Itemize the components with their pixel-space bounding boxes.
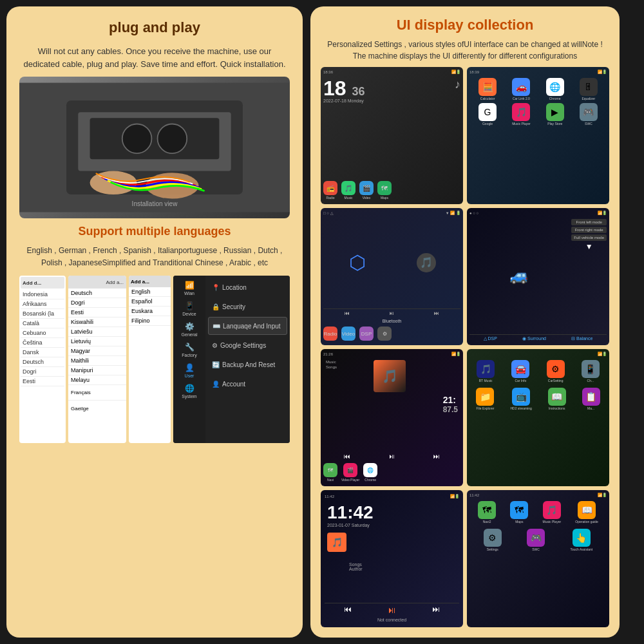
app-maps2[interactable]: 🗺 Maps <box>510 501 528 524</box>
ui-screens-grid: 18:36📶🔋 18 36 2022-07-18 Monday ♪ 📻 Radi… <box>321 67 609 627</box>
settings-icons-col: 📶 Wlan 📱 Device ⚙️ General 🔧 <box>173 276 205 443</box>
bt-settings[interactable]: ⚙ <box>377 327 392 341</box>
app-playstore[interactable]: ▶ Play Store <box>546 103 564 126</box>
app-fileexplorer[interactable]: 📁 File Explorer <box>476 388 494 410</box>
app-hd2[interactable]: 📺 HD2 streaming <box>510 388 531 410</box>
lang-item[interactable]: Manipuri <box>68 366 126 375</box>
app-carinfo[interactable]: 🚘 Car Info <box>511 360 529 383</box>
lang-item[interactable]: Lietuvių <box>68 337 126 346</box>
chrome-item[interactable]: 🌐 Chrome <box>363 463 377 482</box>
music-icon-item[interactable]: 🎵 Music <box>341 181 355 200</box>
app-chrome[interactable]: 🌐 Chrome <box>546 78 564 100</box>
app-musicplayer[interactable]: 🎵 Music Player <box>512 103 531 126</box>
maps-icon-item[interactable]: 🗺 Maps <box>377 181 392 200</box>
menu-location[interactable]: 📍 Location <box>208 278 287 296</box>
front-left-mode[interactable]: Front left mode <box>571 219 607 225</box>
videoplayer-item[interactable]: 🎬 Video Player <box>341 463 359 482</box>
lang-item[interactable]: Afrikaans <box>21 299 64 309</box>
app-navi2[interactable]: 🗺 Navi2 <box>478 501 496 524</box>
clock-display: 18 36 2022-07-18 Monday <box>323 78 365 103</box>
lang-item[interactable]: Eesti <box>21 377 64 386</box>
ui-screen-music: 21:26📶🔋 MusicSongs 🎵 21: 87.5 ⏮⏯⏭ <box>321 349 463 486</box>
clock2-date: 2023-01-07 Saturday <box>327 523 457 527</box>
app-swc[interactable]: 🎮 SWC <box>580 103 598 126</box>
screen5-topbar: 21:26📶🔋 <box>323 352 460 356</box>
ui-screen-apps2: 📶🔋 🎵 BT Music 🚘 Car Info ⚙ CarSetting <box>467 349 609 486</box>
lang-list-col2: Add a... Deutsch Dogri Eesti Kiswahili L… <box>68 276 126 443</box>
lang-item[interactable]: Maithili <box>68 356 126 366</box>
menu-backup-reset[interactable]: 🔄 Backup And Reset <box>208 355 287 374</box>
app-row-2: G Google 🎵 Music Player ▶ Play Store <box>472 103 604 126</box>
video-icon-item[interactable]: 🎬 Video <box>359 181 374 200</box>
add-lang-header: Add a... <box>68 276 126 289</box>
svg-point-5 <box>158 124 187 153</box>
app-equalizer[interactable]: 🎚 Equalizer <box>580 78 598 100</box>
settings-system[interactable]: 🌐 System <box>173 381 205 401</box>
app-google[interactable]: G Google <box>478 103 497 126</box>
screen7-topbar: 11:42📶🔋 <box>325 494 459 498</box>
app-instructions[interactable]: 📖 Instructions <box>548 388 566 410</box>
apps2-row1: 🎵 BT Music 🚘 Car Info ⚙ CarSetting 📱 Ch.… <box>469 360 607 383</box>
svg-text:Installation view: Installation view <box>132 200 178 207</box>
lang-item[interactable]: Eesti <box>68 308 126 317</box>
lang-item[interactable]: Deutsch <box>21 357 64 367</box>
ui-screen-bluetooth: □ ○ △▼ 📶 🔋 ⬡ 🎵 ⏮⏯⏭ Bluetooth Radio <box>321 208 463 345</box>
app-ma[interactable]: 📋 Ma... <box>582 388 600 410</box>
bt-dsp[interactable]: DSP <box>359 327 374 341</box>
lang-item[interactable]: Dogri <box>68 298 126 308</box>
settings-mockup: Add d... Indonesia Afrikaans Bosanski (l… <box>19 276 290 443</box>
settings-device[interactable]: 📱 Device <box>173 299 205 318</box>
full-vehicle-mode[interactable]: Full vehicle mode <box>571 234 607 241</box>
screen3-bottom: Radio Video DSP ⚙ <box>323 325 460 343</box>
bluetooth-icon: ⬡ <box>325 218 391 307</box>
lang-item[interactable]: Cebuano <box>21 328 64 338</box>
settings-general[interactable]: ⚙️ General <box>173 319 205 339</box>
lang-item[interactable]: Latviešu <box>68 327 126 337</box>
lang-item[interactable]: Dansk <box>21 348 64 357</box>
front-right-mode[interactable]: Front right mode <box>571 227 607 233</box>
settings-text-col: 📍 Location 🔒 Security ⌨️ Lanquaqe And In… <box>205 276 290 443</box>
screen5-bottom: 🗺 Navi 🎬 Video Player 🌐 Chrome <box>323 461 460 484</box>
settings-factory[interactable]: 🔧 Factory <box>173 340 205 359</box>
ui-screen-appgrid: 18:39📶🔋 🧮 Calculator 🚗 Car Link 2.0 <box>467 67 609 204</box>
ui-screen-clock2: 11:42📶🔋 11:42 2023-01-07 Saturday 🎵 Song… <box>321 490 463 627</box>
lang-item[interactable]: Kiswahili <box>68 317 126 327</box>
plug-desc: Will not cut any cables. Once you receiv… <box>19 45 290 70</box>
lang-item[interactable]: Čeština <box>21 338 64 348</box>
lang-item[interactable]: Indonesia <box>21 290 64 299</box>
bt-radio[interactable]: Radio <box>323 327 337 341</box>
menu-google-settings[interactable]: ⚙ Google Settings <box>208 336 287 354</box>
menu-language-input[interactable]: ⌨️ Lanquaqe And Input <box>208 317 287 335</box>
app-btmusic[interactable]: 🎵 BT Music <box>477 360 495 383</box>
navi-item[interactable]: 🗺 Navi <box>323 463 337 482</box>
app-carsetting[interactable]: ⚙ CarSetting <box>547 360 565 383</box>
radio-icon-item[interactable]: 📻 Radio <box>323 181 337 200</box>
screen8-topbar: 11:42📶🔋 <box>469 493 607 497</box>
lang-list-col3: Add a... English Español Euskara Filipin… <box>129 276 171 443</box>
screen3-topbar: □ ○ △▼ 📶 🔋 <box>323 211 460 215</box>
app-calculator[interactable]: 🧮 Calculator <box>478 78 497 100</box>
lang-item[interactable]: Català <box>21 319 64 328</box>
lang-item[interactable]: Dogri <box>21 367 64 377</box>
lang-item[interactable]: Magyar <box>68 346 126 356</box>
right-panel: UI display collection Personalized Setti… <box>310 6 620 638</box>
app-settings2[interactable]: ⚙ Settings <box>484 529 502 551</box>
menu-security[interactable]: 🔒 Security <box>208 298 287 316</box>
lang-item[interactable]: Bosanski (la <box>21 309 64 319</box>
app-touchassist[interactable]: 👆 Touch Assistant <box>571 529 593 551</box>
app-carlink[interactable]: 🚗 Car Link 2.0 <box>512 78 530 100</box>
screen4-topbar: ● ○ ○📶🔋 <box>469 211 607 215</box>
settings-user[interactable]: 👤 User <box>173 361 205 380</box>
lang-item[interactable]: Melayu <box>68 375 126 385</box>
bt-video[interactable]: Video <box>341 327 355 341</box>
app-guide[interactable]: 📖 Operation guide <box>575 501 598 524</box>
menu-account[interactable]: 👤 Account <box>208 375 287 393</box>
app-swc2[interactable]: 🎮 SWC <box>527 529 545 551</box>
settings-wlan[interactable]: 📶 Wlan <box>173 278 205 298</box>
lang-item[interactable]: Deutsch <box>68 289 126 298</box>
clock2-time: 11:42 <box>327 502 457 523</box>
lang-list-col1: Add d... Indonesia Afrikaans Bosanski (l… <box>19 276 66 443</box>
languages-title: Support multiple languages <box>19 225 290 238</box>
app-musicplayer2[interactable]: 🎵 Music Player <box>542 501 561 524</box>
app-extra[interactable]: 📱 Ch... <box>582 360 600 383</box>
